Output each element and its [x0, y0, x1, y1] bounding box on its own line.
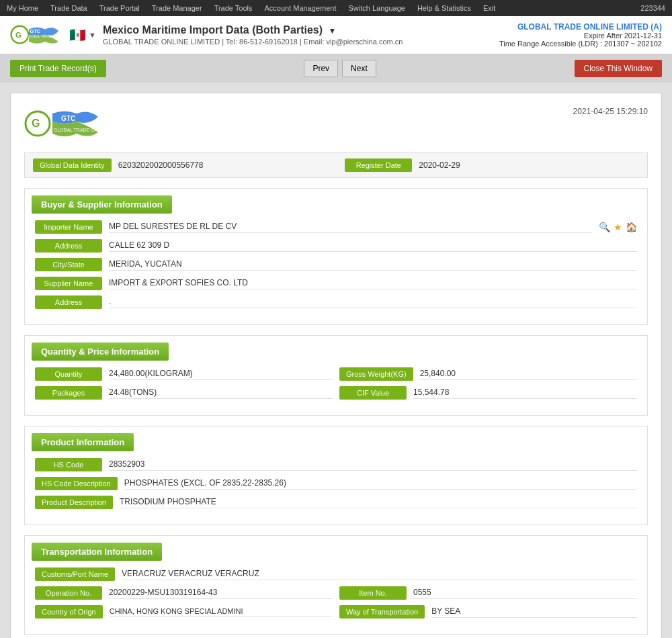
action-bar-right: Close This Window	[575, 60, 662, 77]
transportation-header: Transportation Information	[32, 543, 162, 561]
packages-label: Packages	[35, 386, 102, 400]
gross-weight-label: Gross Weight(KG)	[339, 367, 413, 381]
importer-address-value: CALLE 62 309 D	[109, 240, 637, 252]
nav-my-home[interactable]: My Home	[7, 4, 38, 12]
svg-text:GTC: GTC	[30, 28, 40, 34]
account-id: 223344	[640, 4, 665, 12]
record-card: G GTC GLOBAL TRADE ONLINE LIMITED 2021-0…	[10, 93, 662, 638]
operation-no-value: 20200229-MSU130319164-43	[109, 588, 333, 599]
svg-text:GTC: GTC	[61, 115, 75, 122]
main-content: G GTC GLOBAL TRADE ONLINE LIMITED 2021-0…	[0, 83, 672, 638]
importer-address-label: Address	[35, 239, 102, 253]
supplier-address-row: Address .	[35, 295, 637, 309]
importer-address-row: Address CALLE 62 309 D	[35, 239, 637, 253]
top-navigation: My Home Trade Data Trade Portal Trade Ma…	[0, 0, 672, 16]
next-button-top[interactable]: Next	[342, 60, 376, 77]
hs-code-desc-row: HS Code Description PHOSPHATES (EXCL. OF…	[35, 477, 637, 490]
nav-trade-data[interactable]: Trade Data	[50, 4, 87, 12]
city-state-value: MERIDA, YUCATAN	[109, 259, 637, 271]
city-state-row: City/State MERIDA, YUCATAN	[35, 258, 637, 271]
nav-trade-tools[interactable]: Trade Tools	[214, 4, 253, 12]
expire-date: Expire After 2021-12-31	[499, 32, 662, 40]
customs-port-value: VERACRUZ VERACRUZ VERACRUZ	[122, 569, 637, 580]
global-data-identity-label: Global Data Identity	[33, 158, 112, 172]
company-name: GLOBAL TRADE ONLINE LIMITED (A)	[499, 22, 662, 32]
action-bar-center: Prev Next	[304, 60, 376, 77]
country-origin-value: CHINA, HONG KONG SPECIAL ADMINI	[110, 607, 333, 617]
buyer-supplier-body: Importer Name MP DEL SURESTES DE RL DE C…	[25, 214, 647, 324]
quantity-price-body: Quantity 24,480.00(KILOGRAM) Gross Weigh…	[25, 361, 647, 415]
home-icon[interactable]: 🏠	[626, 222, 637, 232]
action-bar-left: Print Trade Record(s)	[10, 60, 106, 77]
item-no-col: Item No. 0555	[339, 586, 637, 600]
global-data-identity-value: 6203202002000556778	[118, 161, 339, 170]
quantity-gross-row: Quantity 24,480.00(KILOGRAM) Gross Weigh…	[35, 367, 637, 381]
search-icon[interactable]: 🔍	[599, 222, 610, 232]
hs-code-row: HS Code 28352903	[35, 458, 637, 471]
product-desc-label: Product Description	[35, 496, 113, 509]
title-dropdown-icon[interactable]: ▼	[329, 26, 337, 36]
supplier-name-row: Supplier Name IMPORT & EXPORT SOFIES CO.…	[35, 277, 637, 290]
record-datetime: 2021-04-25 15:29:10	[573, 107, 648, 116]
nav-trade-manager[interactable]: Trade Manager	[152, 4, 202, 12]
top-action-bar: Print Trade Record(s) Prev Next Close Th…	[0, 54, 672, 83]
packages-value: 24.48(TONS)	[109, 388, 333, 399]
hs-code-desc-label: HS Code Description	[35, 477, 118, 490]
register-date-label: Register Date	[345, 158, 412, 172]
importer-name-row: Importer Name MP DEL SURESTES DE RL DE C…	[35, 220, 637, 234]
prev-button-top[interactable]: Prev	[304, 60, 338, 77]
nav-switch-language[interactable]: Switch Language	[349, 4, 405, 12]
account-info: GLOBAL TRADE ONLINE LIMITED (A) Expire A…	[499, 22, 662, 48]
star-icon[interactable]: ★	[614, 222, 622, 232]
supplier-name-label: Supplier Name	[35, 277, 102, 290]
close-button-top[interactable]: Close This Window	[575, 60, 662, 77]
nav-help-statistics[interactable]: Help & Statistics	[417, 4, 471, 12]
nav-trade-portal[interactable]: Trade Portal	[99, 4, 140, 12]
page-title: Mexico Maritime Import Data (Both Partie…	[103, 24, 499, 36]
transportation-body: Customs/Port Name VERACRUZ VERACRUZ VERA…	[25, 561, 647, 634]
buyer-supplier-section: Buyer & Supplier Information Importer Na…	[24, 188, 648, 325]
flag-dropdown-icon[interactable]: ▼	[89, 31, 96, 39]
hs-code-label: HS Code	[35, 458, 102, 471]
product-section: Product Information HS Code 28352903 HS …	[24, 426, 648, 525]
transportation-section: Transportation Information Customs/Port …	[24, 535, 648, 635]
customs-port-row: Customs/Port Name VERACRUZ VERACRUZ VERA…	[35, 567, 637, 581]
way-of-transport-col: Way of Transportation BY SEA	[339, 605, 637, 619]
print-button-top[interactable]: Print Trade Record(s)	[10, 60, 106, 77]
mexico-flag: 🇲🇽	[69, 27, 86, 43]
country-flag-area: 🇲🇽 ▼	[69, 27, 96, 43]
supplier-name-value: IMPORT & EXPORT SOFIES CO. LTD	[109, 278, 637, 289]
supplier-address-label: Address	[35, 295, 102, 309]
buyer-supplier-header: Buyer & Supplier Information	[32, 195, 172, 214]
svg-text:G: G	[15, 31, 22, 39]
way-transport-label: Way of Transportation	[339, 605, 425, 619]
importer-name-value: MP DEL SURESTES DE RL DE CV	[109, 222, 592, 233]
quantity-col: Quantity 24,480.00(KILOGRAM)	[35, 367, 333, 381]
logo-area: G GTC GLOBAL TRADE 🇲🇽 ▼	[10, 21, 96, 48]
packages-col: Packages 24.48(TONS)	[35, 386, 333, 400]
register-date-value: 2020-02-29	[419, 161, 639, 170]
nav-exit[interactable]: Exit	[483, 4, 495, 12]
country-origin-col: Country of Orign CHINA, HONG KONG SPECIA…	[35, 605, 333, 619]
gross-weight-value: 25,840.00	[420, 369, 637, 380]
page-title-text: Mexico Maritime Import Data (Both Partie…	[103, 24, 323, 36]
product-desc-value: TRISODIUM PHOSPHATE	[120, 497, 637, 508]
operation-no-label: Operation No.	[35, 586, 102, 600]
quantity-label: Quantity	[35, 367, 102, 381]
cif-value-value: 15,544.78	[413, 388, 637, 399]
svg-text:GLOBAL TRADE: GLOBAL TRADE	[28, 35, 52, 38]
customs-port-label: Customs/Port Name	[35, 567, 115, 581]
cif-value-col: CIF Value 15,544.78	[339, 386, 637, 400]
ldr-range: Time Range Accessible (LDR) : 201307 ~ 2…	[499, 40, 662, 48]
gto-logo: G GTC GLOBAL TRADE	[10, 21, 64, 48]
city-state-label: City/State	[35, 258, 102, 271]
quantity-price-section: Quantity & Price Information Quantity 24…	[24, 335, 648, 416]
supplier-address-value: .	[109, 297, 637, 308]
nav-account-management[interactable]: Account Management	[265, 4, 337, 12]
item-no-value: 0555	[413, 588, 637, 599]
header-bar: G GTC GLOBAL TRADE 🇲🇽 ▼ Mexico Maritime …	[0, 16, 672, 54]
record-logo: G GTC GLOBAL TRADE ONLINE LIMITED	[24, 107, 105, 142]
country-transport-row: Country of Orign CHINA, HONG KONG SPECIA…	[35, 605, 637, 619]
nav-menu: My Home Trade Data Trade Portal Trade Ma…	[7, 4, 495, 12]
item-no-label: Item No.	[339, 586, 407, 600]
